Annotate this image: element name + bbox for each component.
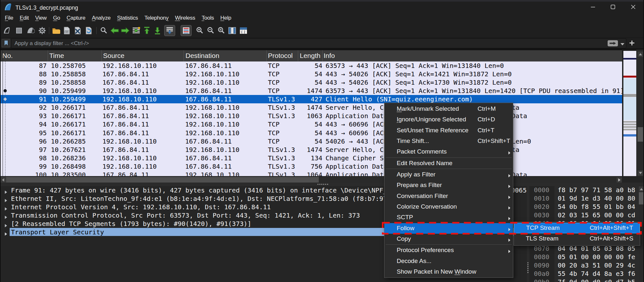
vertical-scrollbar-thumb[interactable]	[638, 127, 643, 142]
menubar-item-edit[interactable]: Edit	[16, 14, 32, 23]
menubar-item-go[interactable]: Go	[50, 14, 63, 23]
toolbar-button-number-columns[interactable]: 1 2 3	[239, 26, 248, 35]
column-separator[interactable]	[101, 50, 102, 61]
context-menu-item-mark-unmark-selected[interactable]: Mark/Unmark SelectedCtrl+M	[384, 104, 513, 114]
intelligent-scrollbar-map[interactable]	[623, 51, 636, 176]
toolbar-button-zoom-in[interactable]	[195, 26, 204, 35]
column-header-no[interactable]: No.	[2, 52, 13, 60]
filter-dropdown-button[interactable]	[620, 41, 625, 47]
column-header-info[interactable]: Info	[324, 52, 335, 60]
horizontal-scrollbar-thumb[interactable]	[6, 177, 319, 183]
packet-row-92[interactable]: 9210.266171167.86.84.11192.168.10.110TLS…	[0, 103, 622, 112]
context-menu-item-decode-as[interactable]: Decode As...	[384, 256, 513, 267]
column-separator[interactable]	[184, 50, 184, 61]
minimize-button[interactable]	[585, 2, 600, 12]
context-menu-item-protocol-preferences[interactable]: Protocol Preferences	[384, 245, 513, 256]
menubar-item-file[interactable]: File	[2, 14, 16, 23]
hex-row-0090[interactable]: 009000 20 a3 51 00 29 4c	[529, 261, 644, 270]
toolbar-button-zoom-original[interactable]	[216, 26, 226, 35]
context-menu-item-conversation-filter[interactable]: Conversation Filter	[384, 191, 513, 202]
packet-row-88[interactable]: 8810.258858167.86.84.11192.168.10.110TCP…	[0, 70, 622, 78]
add-filter-button[interactable]	[629, 40, 635, 46]
toolbar-button-capture-options-gear[interactable]	[37, 26, 47, 35]
hex-row-0070[interactable]: 007004 04 01 05 03 08 05	[529, 245, 644, 253]
hex-row-0080[interactable]: 008005 01 00 00 00 00 fe	[529, 253, 644, 261]
hex-row-00b0[interactable]: 00b07f 0d 00 d0 c0 d7 b5	[529, 278, 644, 282]
scroll-right-button[interactable]	[617, 177, 622, 183]
toolbar-button-go-back[interactable]	[110, 26, 119, 35]
toolbar-button-auto-scroll[interactable]	[164, 25, 175, 36]
hex-row-0010[interactable]: 001001 9d 1e d3 40 00 80	[529, 194, 644, 203]
menubar-item-help[interactable]: Help	[217, 14, 234, 23]
packet-row-100[interactable]: 10010.283500167.86.84.11192.168.10.110TL…	[0, 171, 622, 176]
menubar-item-statistics[interactable]: Statistics	[114, 14, 141, 23]
context-menu-item-packet-comments[interactable]: Packet Comments	[384, 146, 513, 157]
context-menu-item-prepare-as-filter[interactable]: Prepare as Filter	[384, 180, 513, 191]
packet-row-90[interactable]: 9010.259499192.168.10.110167.86.84.11TCP…	[0, 87, 622, 95]
context-menu-item-apply-as-filter[interactable]: Apply as Filter	[384, 169, 513, 180]
packet-row-99[interactable]: 9910.268498192.168.10.110167.86.84.11TLS…	[0, 162, 622, 171]
toolbar-button-reload-file[interactable]	[84, 26, 93, 35]
menubar-item-analyze[interactable]: Analyze	[89, 14, 114, 23]
context-menu-item-show-packet-in-new-window[interactable]: Show Packet in New Window	[384, 267, 513, 277]
packet-list-vertical-scrollbar[interactable]	[636, 50, 644, 183]
column-header-destination[interactable]: Destination	[185, 52, 219, 60]
context-menu-item-colorize-conversation[interactable]: Colorize Conversation	[384, 202, 513, 212]
context-menu-item-time-shift[interactable]: Time Shift...Ctrl+Shift+T	[384, 136, 513, 146]
column-separator[interactable]	[266, 50, 267, 61]
column-separator[interactable]	[322, 50, 323, 61]
toolbar-button-find-packet[interactable]	[99, 26, 109, 35]
scroll-up-button[interactable]	[638, 52, 643, 57]
scroll-down-button[interactable]	[638, 170, 643, 176]
menubar-item-view[interactable]: View	[32, 14, 50, 23]
pane-splitter-horizontal[interactable]	[0, 183, 644, 186]
context-menu-item-set-unset-time-reference[interactable]: Set/Unset Time ReferenceCtrl+T	[384, 125, 513, 136]
packet-row-94[interactable]: 9410.266171167.86.84.11192.168.10.110TCP…	[0, 120, 622, 128]
hex-row-0020[interactable]: 002054 0b f8 55 01 bb 04	[529, 203, 644, 211]
packet-list-horizontal-scrollbar[interactable]	[0, 176, 622, 183]
filter-bookmark-button[interactable]	[2, 39, 10, 47]
apply-filter-button[interactable]	[608, 40, 618, 46]
menubar-item-tools[interactable]: Tools	[198, 14, 217, 23]
hex-row-0000[interactable]: 0000f8 b7 97 71 58 a0 b8	[529, 186, 644, 194]
display-filter-input[interactable]: Apply a display filter ... <Ctrl-/>	[11, 38, 626, 48]
toolbar-button-open-folder[interactable]	[52, 26, 61, 35]
scroll-left-button[interactable]	[0, 177, 5, 183]
context-menu-item-edit-resolved-name[interactable]: Edit Resolved Name	[384, 158, 513, 169]
toolbar-button-save-file[interactable]: 010	[62, 26, 71, 35]
context-menu-item-copy[interactable]: Copy	[384, 234, 513, 244]
toolbar-button-resize-columns[interactable]	[227, 26, 237, 35]
menubar-item-wireless[interactable]: Wireless	[172, 14, 198, 23]
packet-row-89[interactable]: 8910.258858167.86.84.11192.168.10.110TCP…	[0, 78, 622, 87]
toolbar-button-go-last-packet[interactable]	[153, 26, 162, 35]
packet-row-96[interactable]: 9610.266285192.168.10.110167.86.84.11TCP…	[0, 137, 622, 146]
toolbar-button-stop-capture[interactable]	[14, 26, 24, 35]
context-menu-item-ignore-unignore-selected[interactable]: Ignore/Unignore SelectedCtrl+D	[384, 114, 513, 125]
toolbar-button-zoom-out[interactable]	[206, 26, 215, 35]
packet-row-91[interactable]: 9110.259499192.168.10.110167.86.84.11TLS…	[0, 95, 622, 103]
maximize-button[interactable]	[605, 2, 620, 12]
close-button[interactable]	[626, 2, 640, 12]
column-separator[interactable]	[48, 50, 48, 61]
toolbar-button-colorize-packets[interactable]	[181, 25, 192, 36]
toolbar-button-shark-fin-start-capture[interactable]	[3, 26, 12, 35]
expand-arrow-icon[interactable]	[5, 230, 7, 238]
menubar-item-telephony[interactable]: Telephony	[141, 14, 172, 23]
toolbar-button-close-file[interactable]	[73, 26, 82, 35]
column-header-source[interactable]: Source	[103, 52, 125, 60]
column-header-protocol[interactable]: Protocol	[268, 52, 293, 60]
packet-row-95[interactable]: 9510.266171167.86.84.11192.168.10.110TCP…	[0, 129, 622, 137]
submenu-item-tls-stream[interactable]: TLS StreamCtrl+Alt+Shift+S	[514, 233, 640, 244]
toolbar-button-go-first-packet[interactable]	[142, 26, 152, 35]
toolbar-button-restart-capture[interactable]	[26, 26, 35, 35]
vertical-scrollbar-thumb[interactable]	[639, 192, 644, 204]
menubar-item-capture[interactable]: Capture	[63, 14, 89, 23]
context-menu-item-sctp[interactable]: SCTP	[384, 212, 513, 223]
scroll-up-button[interactable]	[639, 186, 644, 192]
packet-row-98[interactable]: 9810.268236192.168.10.110167.86.84.11TLS…	[0, 154, 622, 162]
column-header-time[interactable]: Time	[49, 52, 64, 60]
packet-row-93[interactable]: 9310.266171167.86.84.11192.168.10.110TLS…	[0, 112, 622, 120]
column-separator[interactable]	[298, 50, 298, 61]
context-menu-item-follow[interactable]: Follow	[384, 223, 513, 234]
toolbar-button-go-to-packet[interactable]	[131, 26, 141, 35]
